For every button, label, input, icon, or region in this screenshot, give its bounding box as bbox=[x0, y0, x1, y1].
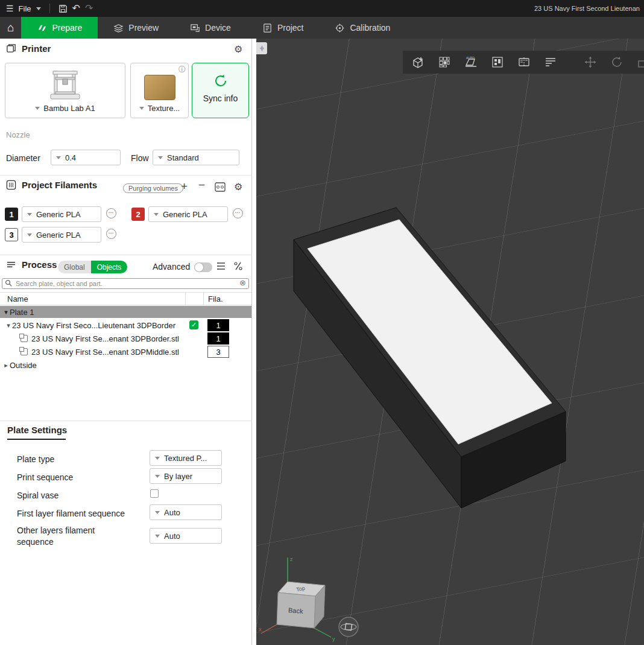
filament-2-select[interactable]: Generic PLA bbox=[148, 206, 228, 222]
object-row-label: 23 US Navy First Seco...Lieutenant 3DPBo… bbox=[12, 321, 175, 330]
file-menu-chevron-icon[interactable] bbox=[36, 7, 41, 10]
tab-preview[interactable]: Preview bbox=[98, 17, 174, 39]
process-section-title: Process bbox=[22, 259, 57, 270]
column-divider bbox=[203, 293, 204, 305]
printer-settings-gear-icon[interactable]: ⚙ bbox=[234, 45, 242, 54]
toggle-knob bbox=[195, 263, 203, 272]
navigation-cube[interactable]: z x y Back Top bbox=[259, 556, 335, 642]
filament-1-select[interactable]: Generic PLA bbox=[22, 206, 101, 222]
tree-header: Name Fila. bbox=[0, 292, 251, 305]
tree-row-plate[interactable]: ▾ Plate 1 bbox=[0, 306, 251, 318]
expand-chevron-icon[interactable]: ▸ bbox=[2, 361, 10, 369]
filament-slot-2[interactable]: 2 bbox=[131, 208, 145, 221]
home-button[interactable]: ⌂ bbox=[0, 17, 21, 39]
device-icon bbox=[190, 23, 200, 33]
view-list-icon[interactable] bbox=[216, 261, 226, 271]
tab-prepare[interactable]: Prepare bbox=[21, 17, 98, 39]
sync-info-button[interactable]: Sync info bbox=[192, 63, 249, 118]
first-layer-seq-select[interactable]: Auto bbox=[150, 504, 222, 520]
sync-icon bbox=[213, 73, 229, 89]
filament-slot-3[interactable]: 3 bbox=[5, 228, 18, 241]
filament-slot-1[interactable]: 1 bbox=[5, 208, 18, 221]
left-sidebar: Printer ⚙ Bambu Lab A1 ⓘ Texture... Sync… bbox=[0, 39, 252, 645]
filament-1-edit-icon[interactable]: ⋯ bbox=[106, 208, 116, 218]
file-menu[interactable]: File bbox=[19, 4, 31, 13]
tree-row-outside[interactable]: ▸ Outside bbox=[0, 358, 251, 372]
project-icon bbox=[262, 23, 273, 33]
collapse-chevron-icon[interactable]: ▾ bbox=[2, 308, 10, 316]
filament-3-edit-icon[interactable]: ⋯ bbox=[106, 229, 116, 239]
model-3d[interactable] bbox=[294, 208, 566, 508]
plate-name: Texture... bbox=[148, 104, 180, 113]
process-section-icon bbox=[6, 259, 16, 270]
diameter-chevron-icon bbox=[56, 156, 61, 159]
remove-filament-icon[interactable]: − bbox=[198, 179, 205, 192]
flow-chevron-icon bbox=[158, 156, 163, 159]
print-sequence-chevron-icon bbox=[155, 475, 160, 478]
other-layers-chevron-icon bbox=[155, 535, 160, 538]
section-divider bbox=[0, 421, 252, 421]
preview-icon bbox=[113, 23, 124, 33]
purging-volumes-button[interactable]: Purging volumes bbox=[123, 183, 183, 193]
tree-row-part1[interactable]: 23 US Navy First Se...enant 3DPBorder.st… bbox=[0, 332, 251, 345]
advanced-toggle[interactable] bbox=[194, 262, 212, 272]
tab-calibration[interactable]: Calibration bbox=[319, 17, 406, 39]
spiral-vase-checkbox[interactable] bbox=[150, 489, 159, 498]
ams-icon[interactable] bbox=[215, 182, 226, 192]
filament-settings-gear-icon[interactable]: ⚙ bbox=[234, 182, 242, 192]
plate-select-card[interactable]: ⓘ Texture... bbox=[130, 63, 189, 118]
printer-section-header: Printer bbox=[6, 43, 51, 54]
tree-col-fila: Fila. bbox=[208, 294, 223, 303]
compare-params-icon[interactable] bbox=[233, 261, 243, 271]
redo-icon[interactable]: ↷ bbox=[85, 4, 93, 13]
collapse-chevron-icon[interactable]: ▾ bbox=[5, 322, 12, 329]
plate-type-select[interactable]: Textured P... bbox=[150, 450, 222, 466]
section-divider bbox=[0, 255, 252, 255]
process-global-tab[interactable]: Global bbox=[58, 261, 91, 273]
tree-row-part2[interactable]: 23 US Navy First Se...enant 3DPMiddle.st… bbox=[0, 345, 251, 358]
flow-label: Flow bbox=[131, 153, 149, 163]
printer-name: Bambu Lab A1 bbox=[43, 104, 95, 113]
part2-label: 23 US Navy First Se...enant 3DPMiddle.st… bbox=[31, 348, 179, 357]
process-scope-toggle: Global Objects bbox=[58, 261, 127, 273]
add-filament-icon[interactable]: + bbox=[181, 180, 188, 193]
printer-image bbox=[48, 70, 82, 101]
part2-filament-badge[interactable]: 3 bbox=[207, 346, 229, 358]
filaments-section-title: Project Filaments bbox=[22, 180, 97, 190]
navcube-back-label: Back bbox=[288, 606, 304, 615]
printer-dropdown-chevron-icon bbox=[35, 107, 40, 110]
viewport-3d[interactable]: ‹|› AUTO z x y Back bbox=[256, 39, 644, 645]
printer-select-card[interactable]: Bambu Lab A1 bbox=[5, 63, 125, 118]
diameter-select[interactable]: 0.4 bbox=[51, 150, 121, 165]
first-layer-chevron-icon bbox=[155, 511, 160, 514]
search-input[interactable] bbox=[2, 278, 249, 289]
other-layers-seq-select[interactable]: Auto bbox=[150, 528, 222, 544]
calibration-icon bbox=[335, 23, 345, 33]
orbit-view-button[interactable] bbox=[338, 616, 359, 638]
hamburger-menu-icon[interactable]: ☰ bbox=[6, 4, 14, 13]
search-clear-icon[interactable]: ⊗ bbox=[239, 278, 246, 287]
tab-device[interactable]: Device bbox=[174, 17, 247, 39]
plate-info-icon[interactable]: ⓘ bbox=[178, 65, 186, 75]
toolbar-divider bbox=[49, 4, 50, 13]
scene-canvas: z x y Back Top bbox=[256, 39, 644, 645]
filament-3-select[interactable]: Generic PLA bbox=[22, 227, 101, 243]
save-icon[interactable] bbox=[58, 4, 68, 13]
spiral-vase-label: Spiral vase bbox=[17, 490, 144, 501]
object-filament-badge[interactable]: 1 bbox=[207, 319, 229, 331]
tree-row-object[interactable]: ▾ 23 US Navy First Seco...Lieutenant 3DP… bbox=[0, 319, 251, 332]
undo-icon[interactable]: ↶ bbox=[72, 4, 80, 13]
tree-col-name: Name bbox=[7, 294, 28, 303]
document-title: 23 US Navy First Second Lieutenan bbox=[534, 0, 644, 17]
part1-label: 23 US Navy First Se...enant 3DPBorder.st… bbox=[31, 334, 179, 343]
printer-section-title: Printer bbox=[22, 43, 51, 54]
filament-2-edit-icon[interactable]: ⋯ bbox=[233, 208, 243, 218]
tab-project[interactable]: Project bbox=[247, 17, 320, 39]
prepare-icon bbox=[37, 23, 47, 33]
part1-filament-badge[interactable]: 1 bbox=[207, 332, 229, 345]
flow-select[interactable]: Standard bbox=[153, 150, 239, 165]
process-objects-tab[interactable]: Objects bbox=[91, 261, 128, 273]
object-visible-checkbox[interactable]: ✓ bbox=[189, 320, 198, 329]
print-sequence-select[interactable]: By layer bbox=[150, 468, 222, 484]
search-icon bbox=[5, 279, 12, 287]
